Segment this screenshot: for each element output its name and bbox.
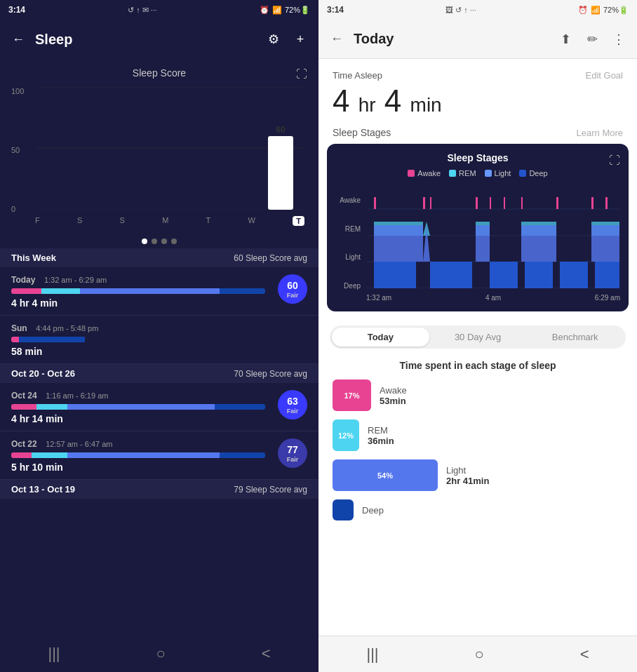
mins-value: 4: [384, 83, 401, 118]
alarm-icon-right: ⏰: [578, 6, 588, 15]
x-label-t2[interactable]: T: [293, 216, 304, 226]
svg-rect-3: [268, 136, 293, 210]
chart-x-labels: F S S M T W T: [32, 216, 307, 226]
entry-duration-oct24: 4 hr 14 min: [11, 413, 63, 424]
learn-more-button[interactable]: Learn More: [577, 128, 623, 138]
dot-4[interactable]: [171, 238, 177, 244]
right-nav-home[interactable]: ○: [474, 645, 483, 664]
week-score-current: 60 Sleep Score avg: [234, 253, 307, 263]
svg-rect-19: [374, 262, 416, 288]
right-share-button[interactable]: ⬆: [556, 29, 575, 49]
entry-today[interactable]: Today 1:32 am - 6:29 am 4 hr 4 min 60 Fa…: [0, 267, 318, 316]
score-section: Sleep Score ⛶: [0, 59, 318, 84]
light-bar: 54%: [333, 459, 438, 491]
dot-1[interactable]: [142, 238, 147, 244]
svg-rect-14: [504, 197, 505, 209]
rem-bar: 12%: [333, 419, 359, 451]
entry-oct24[interactable]: Oct 24 1:16 am - 6:19 am 4 hr 14 min 63 …: [0, 383, 318, 431]
dot-2[interactable]: [152, 238, 157, 244]
left-status-time: 3:14: [8, 5, 25, 15]
svg-rect-17: [591, 197, 594, 209]
svg-rect-22: [525, 262, 553, 288]
dot-3[interactable]: [161, 238, 167, 244]
right-nav-menu[interactable]: |||: [366, 645, 378, 664]
time-asleep-row: Time Asleep Edit Goal: [333, 70, 623, 81]
y-label-rem: REM: [335, 225, 361, 233]
right-nav-back[interactable]: <: [580, 645, 589, 664]
tab-30day[interactable]: 30 Day Avg: [429, 328, 527, 347]
chart-expand-icon[interactable]: ⛶: [549, 154, 621, 167]
entry-duration-oct22: 5 hr 10 min: [11, 462, 63, 473]
stage-bar-light: 54% Light 2hr 41min: [333, 459, 623, 491]
entry-date-oct24: Oct 24: [11, 391, 37, 401]
entry-time-oct22: 12:57 am - 6:47 am: [46, 440, 112, 448]
week-label-oct13: Oct 13 - Oct 19: [11, 484, 75, 495]
left-nav-title: Sleep: [35, 32, 257, 48]
week-score-oct20: 70 Sleep Score avg: [234, 369, 307, 379]
score-badge-oct22: 77 Fair: [278, 438, 307, 468]
tab-benchmark[interactable]: Benchmark: [526, 328, 624, 347]
x-label-end: 6:29 am: [595, 294, 620, 302]
right-edit-button[interactable]: ✏: [582, 29, 602, 49]
alarm-icon: ⏰: [260, 6, 269, 15]
chart-y-labels: 100 50 0: [11, 87, 28, 213]
battery-text-right: 72%🔋: [603, 6, 629, 15]
right-more-button[interactable]: ⋮: [609, 29, 629, 49]
stage-bar-awake: 17% Awake 53min: [333, 379, 623, 411]
week-header-oct13: Oct 13 - Oct 19 79 Sleep Score avg: [0, 480, 318, 499]
add-button[interactable]: +: [290, 29, 310, 49]
expand-icon[interactable]: ⛶: [296, 68, 307, 81]
svg-rect-10: [423, 197, 425, 209]
entry-sun[interactable]: Sun 4:44 pm - 5:48 pm 58 min: [0, 316, 318, 364]
deep-bar: [333, 499, 354, 520]
right-top-nav: ← Today ⬆ ✏ ⋮: [318, 20, 637, 59]
awake-info: Awake 53min: [380, 385, 407, 406]
back-button[interactable]: ←: [8, 29, 28, 49]
legend-rem-label: REM: [459, 169, 476, 177]
chart-svg: 60: [32, 87, 307, 213]
svg-text:60: 60: [276, 125, 286, 135]
svg-rect-18: [605, 197, 608, 209]
left-top-nav: ← Sleep ⚙ +: [0, 20, 318, 59]
stages-chart-title: Sleep Stages: [407, 152, 549, 163]
edit-goal-button[interactable]: Edit Goal: [586, 70, 623, 81]
right-bottom-nav: ||| ○ <: [318, 636, 637, 672]
svg-rect-13: [490, 197, 491, 209]
legend-awake-label: Awake: [417, 169, 441, 177]
tab-today[interactable]: Today: [332, 328, 429, 347]
left-nav-menu[interactable]: |||: [48, 645, 60, 663]
left-panel: 3:14 ↺ ↑ ✉ ··· ⏰ 📶 72%🔋 ← Sleep ⚙ + Slee…: [0, 0, 318, 672]
entry-duration-today: 4 hr 4 min: [11, 297, 58, 309]
battery-text: 72%🔋: [285, 6, 310, 15]
score-title: Sleep Score: [11, 67, 307, 79]
light-info: Light 2hr 41min: [446, 465, 489, 486]
score-badge-today: 60 Fair: [278, 274, 307, 304]
left-nav-back[interactable]: <: [262, 645, 271, 663]
x-label-mid: 4 am: [485, 294, 501, 302]
legend-rem: REM: [449, 169, 476, 177]
right-status-time: 3:14: [327, 5, 344, 15]
svg-rect-11: [430, 197, 431, 209]
left-nav-home[interactable]: ○: [156, 645, 165, 663]
hr-unit: hr: [358, 94, 376, 116]
right-back-button[interactable]: ←: [327, 29, 347, 49]
legend-light-label: Light: [495, 169, 511, 177]
legend-deep: Deep: [519, 169, 547, 177]
svg-rect-12: [476, 197, 478, 209]
time-asleep-label: Time Asleep: [333, 70, 382, 81]
signal-icon: 📶: [272, 6, 282, 15]
entry-duration-sun: 58 min: [11, 346, 42, 357]
entry-oct22[interactable]: Oct 22 12:57 am - 6:47 am 5 hr 10 min 77…: [0, 431, 318, 480]
x-label-t1: T: [206, 216, 211, 226]
rem-name: REM: [368, 425, 394, 436]
hours-value: 4: [333, 83, 349, 118]
y-label-deep: Deep: [335, 282, 361, 290]
rem-percent: 12%: [338, 431, 354, 440]
stage-bar-rem: 12% REM 36min: [333, 419, 623, 451]
svg-rect-15: [521, 197, 523, 209]
settings-button[interactable]: ⚙: [264, 29, 283, 49]
right-panel: 3:14 🖼 ↺ ↑ ··· ⏰ 📶 72%🔋 ← Today ⬆ ✏ ⋮ Ti…: [318, 0, 637, 672]
svg-rect-9: [374, 197, 376, 209]
deep-name: Deep: [362, 505, 384, 516]
svg-rect-24: [595, 262, 619, 288]
